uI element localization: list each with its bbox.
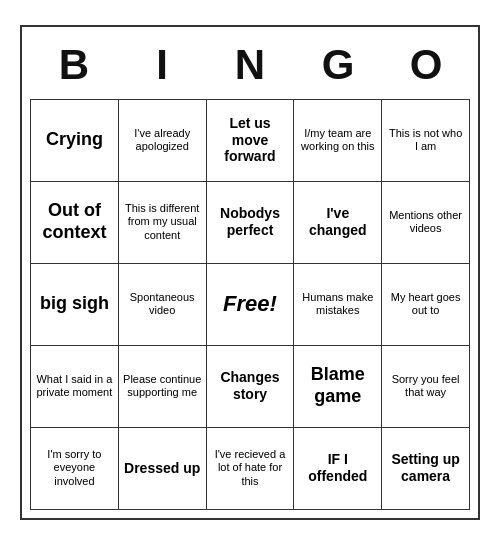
bingo-cell-13[interactable]: Humans make mistakes	[294, 264, 382, 346]
header-letter-b: B	[33, 41, 115, 89]
bingo-cell-23[interactable]: IF I offended	[294, 428, 382, 510]
bingo-cell-3[interactable]: I/my team are working on this	[294, 100, 382, 182]
bingo-cell-2[interactable]: Let us move forward	[207, 100, 295, 182]
cell-text-14: My heart goes out to	[386, 291, 465, 317]
cell-text-9: Mentions other videos	[386, 209, 465, 235]
header-letter-i: I	[121, 41, 203, 89]
bingo-card: BINGO CryingI've already apologizedLet u…	[20, 25, 480, 520]
bingo-header: BINGO	[30, 35, 470, 99]
bingo-cell-0[interactable]: Crying	[31, 100, 119, 182]
header-letter-o: O	[385, 41, 467, 89]
bingo-cell-8[interactable]: I've changed	[294, 182, 382, 264]
cell-text-10: big sigh	[40, 293, 109, 315]
cell-text-5: Out of context	[35, 200, 114, 243]
bingo-cell-4[interactable]: This is not who I am	[382, 100, 470, 182]
bingo-cell-24[interactable]: Setting up camera	[382, 428, 470, 510]
bingo-cell-15[interactable]: What I said in a private moment	[31, 346, 119, 428]
header-letter-n: N	[209, 41, 291, 89]
header-letter-g: G	[297, 41, 379, 89]
bingo-cell-1[interactable]: I've already apologized	[119, 100, 207, 182]
cell-text-0: Crying	[46, 129, 103, 151]
cell-text-4: This is not who I am	[386, 127, 465, 153]
bingo-cell-11[interactable]: Spontaneous video	[119, 264, 207, 346]
bingo-cell-18[interactable]: Blame game	[294, 346, 382, 428]
cell-text-19: Sorry you feel that way	[386, 373, 465, 399]
bingo-cell-7[interactable]: Nobodys perfect	[207, 182, 295, 264]
bingo-cell-17[interactable]: Changes story	[207, 346, 295, 428]
bingo-cell-22[interactable]: I've recieved a lot of hate for this	[207, 428, 295, 510]
bingo-cell-20[interactable]: I'm sorry to eveyone involved	[31, 428, 119, 510]
cell-text-2: Let us move forward	[211, 115, 290, 165]
bingo-cell-6[interactable]: This is different from my usual content	[119, 182, 207, 264]
bingo-cell-5[interactable]: Out of context	[31, 182, 119, 264]
bingo-cell-21[interactable]: Dressed up	[119, 428, 207, 510]
cell-text-15: What I said in a private moment	[35, 373, 114, 399]
cell-text-23: IF I offended	[298, 451, 377, 485]
bingo-cell-16[interactable]: Please continue supporting me	[119, 346, 207, 428]
cell-text-18: Blame game	[298, 364, 377, 407]
bingo-cell-12[interactable]: Free!	[207, 264, 295, 346]
cell-text-3: I/my team are working on this	[298, 127, 377, 153]
bingo-cell-14[interactable]: My heart goes out to	[382, 264, 470, 346]
cell-text-8: I've changed	[298, 205, 377, 239]
bingo-grid: CryingI've already apologizedLet us move…	[30, 99, 470, 510]
cell-text-24: Setting up camera	[386, 451, 465, 485]
cell-text-20: I'm sorry to eveyone involved	[35, 448, 114, 488]
cell-text-11: Spontaneous video	[123, 291, 202, 317]
cell-text-22: I've recieved a lot of hate for this	[211, 448, 290, 488]
cell-text-12: Free!	[223, 291, 277, 317]
cell-text-21: Dressed up	[124, 460, 200, 477]
bingo-cell-19[interactable]: Sorry you feel that way	[382, 346, 470, 428]
cell-text-1: I've already apologized	[123, 127, 202, 153]
bingo-cell-9[interactable]: Mentions other videos	[382, 182, 470, 264]
cell-text-17: Changes story	[211, 369, 290, 403]
cell-text-6: This is different from my usual content	[123, 202, 202, 242]
cell-text-7: Nobodys perfect	[211, 205, 290, 239]
bingo-cell-10[interactable]: big sigh	[31, 264, 119, 346]
cell-text-13: Humans make mistakes	[298, 291, 377, 317]
cell-text-16: Please continue supporting me	[123, 373, 202, 399]
